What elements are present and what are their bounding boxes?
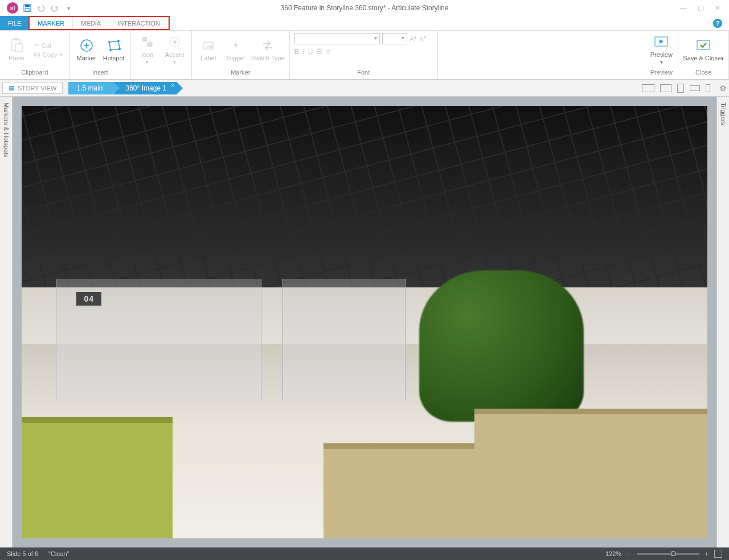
marker-button[interactable]: Marker (75, 38, 99, 61)
left-panel-markers-hotspots[interactable]: Markers & Hotspots (0, 97, 13, 547)
qat-customize-icon[interactable]: ▾ (64, 3, 73, 13)
status-layout-name: "Clean" (48, 550, 69, 557)
accent-icon (167, 34, 183, 50)
underline-button[interactable]: U (308, 48, 313, 56)
ribbon-group-icon-accent: Icon▾ Accent▾ (131, 31, 192, 79)
left-panel-label: Markers & Hotspots (3, 97, 10, 158)
cut-button[interactable]: ✂ Cut (32, 41, 65, 50)
ribbon-group-font: ▾ ▾ A▴ A▾ B I U ☰ ≡ Font (290, 31, 438, 79)
breadcrumb-item-2[interactable]: 360° Image 1 × (113, 82, 177, 94)
redo-icon[interactable] (50, 3, 59, 13)
save-close-icon (695, 38, 711, 53)
close-window-button[interactable]: ✕ (713, 3, 722, 13)
tab-marker[interactable]: MARKER (30, 17, 73, 29)
italic-button[interactable]: I (302, 48, 304, 56)
ribbon: Paste ✂ Cut ⿻ Copy ▾ Clipboard (0, 31, 729, 80)
svg-rect-5 (15, 44, 22, 52)
zoom-slider[interactable] (637, 553, 699, 555)
status-slide-number: Slide 5 of 6 (7, 550, 38, 557)
icon-button[interactable]: Icon▾ (136, 34, 159, 65)
title-bar: sl ▾ 360 Feature in Storyline 360.story*… (0, 0, 729, 16)
save-close-button[interactable]: Save & Close▾ (683, 38, 724, 62)
view-phone-portrait-icon[interactable] (706, 84, 710, 92)
svg-point-15 (147, 42, 153, 47)
view-desktop-icon[interactable] (642, 84, 654, 92)
preview-button[interactable]: Preview▾ (649, 34, 673, 65)
switch-icon (260, 38, 276, 53)
scene-sign: 04 (76, 292, 101, 306)
save-icon[interactable] (23, 3, 32, 13)
right-panel-triggers[interactable]: Triggers (716, 97, 729, 547)
svg-rect-2 (26, 9, 29, 11)
hotspot-button[interactable]: Hotspot (102, 38, 126, 61)
zoom-in-button[interactable]: + (705, 550, 708, 557)
breadcrumb-bar: ▦ STORY VIEW 1.5 main 360° Image 1 × ⚙ (0, 80, 729, 97)
paste-button[interactable]: Paste (5, 38, 28, 61)
svg-marker-9 (109, 41, 120, 50)
scene-ceiling (22, 106, 707, 287)
grow-font-icon[interactable]: A▴ (409, 34, 417, 43)
accent-button[interactable]: Accent▾ (163, 34, 187, 65)
group-label-insert: Insert (70, 69, 130, 79)
copy-button[interactable]: ⿻ Copy ▾ (32, 51, 65, 59)
scene-desk (474, 409, 707, 538)
svg-text:Aa: Aa (206, 43, 212, 49)
story-view-icon: ▦ (9, 84, 14, 92)
undo-icon[interactable] (36, 3, 46, 13)
font-family-select[interactable]: ▾ (294, 33, 380, 44)
tab-file[interactable]: FILE (0, 16, 29, 30)
view-tablet-landscape-icon[interactable] (660, 84, 671, 92)
canvas-area[interactable]: 04 (13, 97, 716, 547)
trigger-button[interactable]: Trigger (224, 38, 248, 61)
group-label-preview: Preview (645, 69, 678, 79)
breadcrumb-item-1[interactable]: 1.5 main (68, 82, 113, 94)
slide-360-image[interactable]: 04 (22, 106, 707, 538)
group-label-clipboard: Clipboard (0, 69, 69, 79)
svg-rect-22 (697, 40, 710, 50)
view-phone-landscape-icon[interactable] (690, 85, 700, 91)
svg-rect-1 (25, 5, 30, 7)
svg-marker-21 (660, 39, 664, 44)
status-bar: Slide 5 of 6 "Clean" 122% − + (0, 547, 729, 560)
tab-interaction[interactable]: INTERACTION (109, 17, 169, 29)
bold-button[interactable]: B (294, 48, 300, 56)
zoom-percent[interactable]: 122% (605, 550, 621, 557)
minimize-button[interactable]: — (679, 3, 688, 13)
zoom-out-button[interactable]: − (627, 550, 630, 557)
bullets-icon[interactable]: ☰ (316, 48, 322, 56)
help-icon[interactable]: ? (713, 19, 722, 28)
view-tablet-portrait-icon[interactable] (677, 84, 684, 93)
lightning-icon (228, 38, 244, 53)
numbering-icon[interactable]: ≡ (326, 48, 330, 56)
marker-plus-icon (79, 38, 95, 53)
story-view-button[interactable]: ▦ STORY VIEW (2, 82, 63, 94)
tab-media[interactable]: MEDIA (73, 17, 109, 29)
svg-point-10 (108, 41, 110, 43)
preview-icon (653, 34, 669, 50)
shape-icon (140, 34, 155, 50)
font-size-select[interactable]: ▾ (382, 33, 407, 44)
ribbon-tabs: FILE MARKER MEDIA INTERACTION ? (0, 16, 729, 31)
scene-partition (282, 279, 406, 400)
switch-type-button[interactable]: Switch Type (251, 38, 285, 61)
gear-icon[interactable]: ⚙ (719, 84, 727, 93)
shrink-font-icon[interactable]: A▾ (419, 35, 425, 43)
highlighted-tab-group: MARKER MEDIA INTERACTION (28, 16, 169, 30)
svg-point-17 (173, 40, 177, 44)
ribbon-group-close: Save & Close▾ Close (678, 31, 729, 79)
fit-to-window-icon[interactable] (714, 550, 722, 558)
group-label-font: Font (290, 69, 437, 79)
editor-area: Markers & Hotspots 04 Triggers (0, 97, 729, 547)
group-label-marker: Marker (192, 69, 289, 79)
svg-rect-4 (14, 38, 18, 40)
copy-icon: ⿻ (34, 51, 40, 58)
ribbon-group-marker: Aa Label Trigger Switch Type Marker (192, 31, 290, 79)
svg-point-12 (118, 48, 121, 50)
maximize-button[interactable]: ▢ (696, 3, 705, 13)
breadcrumb-close-icon[interactable]: × (171, 83, 174, 89)
svg-point-11 (117, 40, 120, 42)
label-button[interactable]: Aa Label (196, 38, 220, 61)
ribbon-group-preview: Preview▾ Preview (645, 31, 678, 79)
svg-rect-14 (142, 37, 147, 42)
ribbon-group-insert: Marker Hotspot Insert (70, 31, 131, 79)
